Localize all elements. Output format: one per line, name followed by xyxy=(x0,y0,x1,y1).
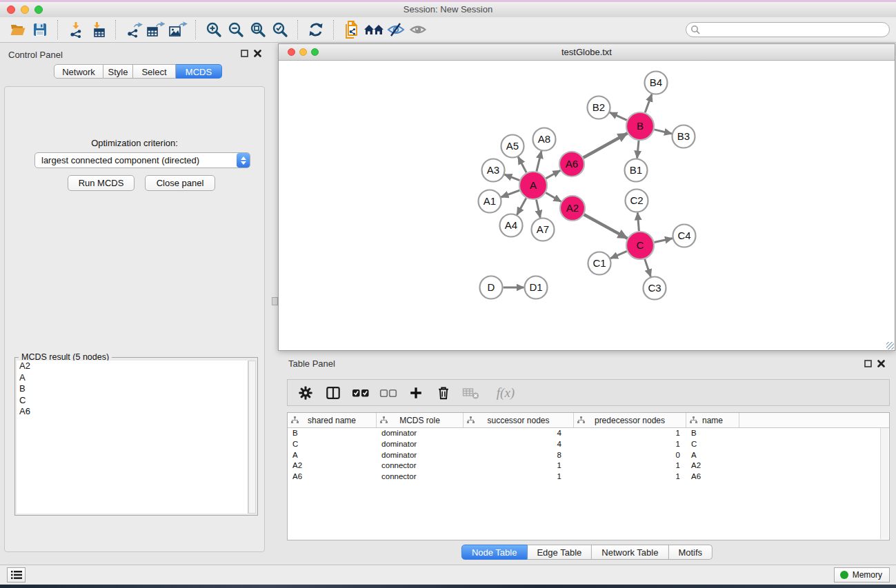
graph-edge-C-C3[interactable] xyxy=(645,259,651,277)
table-cell[interactable]: connector xyxy=(377,460,464,472)
column-header-shared-name[interactable]: shared name xyxy=(288,413,377,427)
graph-edge-B-B4[interactable] xyxy=(645,94,652,112)
zoom-in-icon[interactable] xyxy=(203,19,225,40)
table-cell[interactable]: connector xyxy=(377,472,464,483)
float-panel-icon[interactable] xyxy=(241,50,248,57)
graph-edge-B-B2[interactable] xyxy=(610,112,627,120)
close-panel-icon[interactable] xyxy=(877,360,885,367)
graph-node-A[interactable]: A xyxy=(519,172,547,199)
table-cell[interactable]: 1 xyxy=(464,460,574,472)
graph-node-A6[interactable]: A6 xyxy=(559,152,584,176)
graph-node-C2[interactable]: C2 xyxy=(626,190,648,212)
import-network-icon[interactable] xyxy=(65,19,87,40)
gear-icon[interactable] xyxy=(297,383,315,403)
table-cell[interactable]: A6 xyxy=(686,472,739,483)
table-cell[interactable]: A xyxy=(686,450,739,461)
tab-style[interactable]: Style xyxy=(103,64,133,79)
graph-node-A2[interactable]: A2 xyxy=(560,196,585,221)
eye-icon[interactable] xyxy=(407,19,429,40)
table-cell[interactable]: C xyxy=(288,439,377,450)
table-row[interactable]: Cdominator41C xyxy=(288,439,889,450)
graph-node-C4[interactable]: C4 xyxy=(673,225,696,247)
tab-network-table[interactable]: Network Table xyxy=(592,545,668,560)
table-row[interactable]: A6connector11A6 xyxy=(288,472,889,483)
graph-node-C1[interactable]: C1 xyxy=(588,252,611,275)
table-cell[interactable]: 4 xyxy=(464,439,574,450)
table-scrollbar[interactable] xyxy=(880,428,888,539)
graph-edge-A2-C[interactable] xyxy=(584,214,628,239)
table-row[interactable]: A2connector11A2 xyxy=(288,460,889,472)
graph-node-A1[interactable]: A1 xyxy=(479,190,501,213)
export-table-icon[interactable] xyxy=(145,19,167,40)
close-panel-icon[interactable] xyxy=(254,50,261,57)
table-cell[interactable]: A6 xyxy=(288,472,377,483)
eye-slash-icon[interactable] xyxy=(385,19,407,40)
graph-edge-B-B3[interactable] xyxy=(654,130,672,134)
splitter-handle[interactable] xyxy=(272,297,278,305)
import-table-icon[interactable] xyxy=(87,19,109,40)
column-header-successor-nodes[interactable]: successor nodes xyxy=(464,413,574,427)
table-cell[interactable]: 4 xyxy=(464,428,574,439)
table-row[interactable]: Adominator80A xyxy=(288,450,889,461)
table-cell[interactable]: 1 xyxy=(574,428,686,439)
table-cell[interactable]: 1 xyxy=(574,472,686,483)
table-cell[interactable]: A2 xyxy=(288,460,377,472)
table-cell[interactable]: B xyxy=(288,428,377,439)
table-row[interactable]: Bdominator41B xyxy=(288,428,889,439)
table-cell[interactable]: 1 xyxy=(464,472,574,483)
zoom-out-icon[interactable] xyxy=(225,19,247,40)
table-cell[interactable]: 1 xyxy=(574,439,686,450)
zoom-fit-icon[interactable] xyxy=(247,19,269,40)
trash-icon[interactable] xyxy=(435,383,452,403)
houses-icon[interactable] xyxy=(363,19,385,40)
graph-edge-C-C1[interactable] xyxy=(610,251,627,258)
refresh-icon[interactable] xyxy=(305,19,327,40)
graph-node-C[interactable]: C xyxy=(626,232,654,259)
save-session-icon[interactable] xyxy=(29,19,51,40)
table-cell[interactable]: dominator xyxy=(377,450,464,461)
graph-edge-A-A5[interactable] xyxy=(518,156,526,172)
graph-node-A4[interactable]: A4 xyxy=(500,214,523,237)
add-icon[interactable] xyxy=(407,383,425,403)
graph-edge-B-B1[interactable] xyxy=(637,141,639,159)
zoom-selected-icon[interactable] xyxy=(269,19,291,40)
graph-edge-A-A8[interactable] xyxy=(537,151,541,172)
graph-edge-A6-B[interactable] xyxy=(584,133,628,158)
table-cell[interactable]: dominator xyxy=(377,439,464,450)
list-item[interactable]: C xyxy=(17,395,248,407)
graph-edge-A-A3[interactable] xyxy=(504,174,519,180)
task-history-button[interactable] xyxy=(7,567,26,582)
table-cell[interactable]: B xyxy=(686,428,739,439)
export-image-icon[interactable] xyxy=(167,19,189,40)
list-item[interactable]: A2 xyxy=(17,361,248,372)
function-icon[interactable]: f(x) xyxy=(490,383,521,403)
graph-node-A8[interactable]: A8 xyxy=(533,128,556,151)
table-cell[interactable]: C xyxy=(686,439,739,450)
table-cell[interactable]: 0 xyxy=(574,450,686,461)
column-header-predecessor-nodes[interactable]: predecessor nodes xyxy=(574,413,686,427)
select-all-icon[interactable] xyxy=(352,383,370,403)
graph-node-B4[interactable]: B4 xyxy=(645,72,668,94)
export-network-icon[interactable] xyxy=(123,19,145,40)
graph-edge-C-C4[interactable] xyxy=(655,239,673,243)
column-header-name[interactable]: name xyxy=(686,413,739,427)
tab-edge-table[interactable]: Edge Table xyxy=(527,545,592,560)
memory-button[interactable]: Memory xyxy=(834,567,890,582)
deselect-all-icon[interactable] xyxy=(379,383,397,403)
graph-node-D[interactable]: D xyxy=(480,276,503,299)
list-item[interactable]: A6 xyxy=(17,406,248,418)
graph-node-B3[interactable]: B3 xyxy=(673,125,695,148)
table-cell[interactable]: 8 xyxy=(464,450,574,461)
graph-node-A5[interactable]: A5 xyxy=(501,135,524,158)
table-cell[interactable]: dominator xyxy=(377,428,464,439)
graph-edge-A-A2[interactable] xyxy=(546,193,561,202)
graph-edge-C-C2[interactable] xyxy=(637,212,639,231)
criterion-dropdown[interactable]: largest connected component (directed) xyxy=(34,152,250,168)
list-item[interactable]: B xyxy=(17,383,248,395)
network-canvas[interactable]: B4B2BB3A5A8A6A3B1AA1C2A2A4A7C4CC1C3DD1 xyxy=(279,61,895,350)
float-panel-icon[interactable] xyxy=(864,360,872,367)
tab-mcds[interactable]: MCDS xyxy=(176,64,222,79)
close-panel-button[interactable]: Close panel xyxy=(145,175,215,191)
tab-motifs[interactable]: Motifs xyxy=(668,545,713,560)
resize-grip-icon[interactable] xyxy=(886,342,894,349)
